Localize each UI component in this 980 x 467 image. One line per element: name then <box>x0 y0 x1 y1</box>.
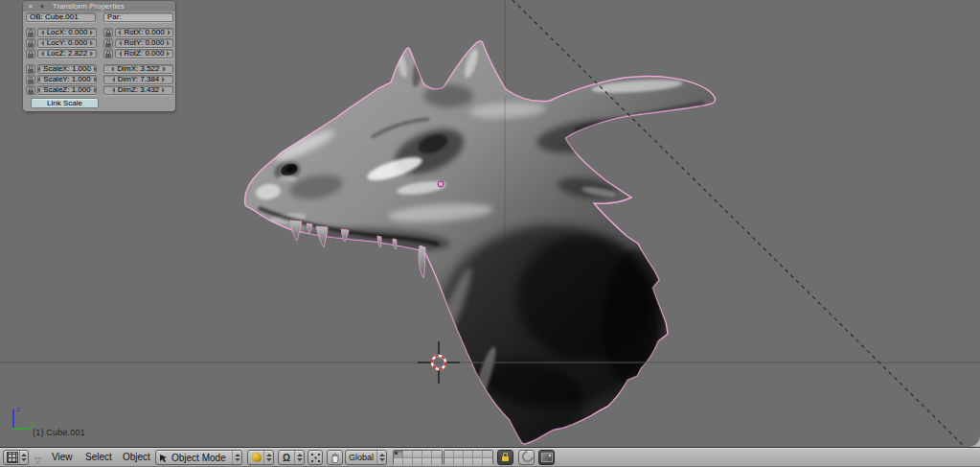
locy-field[interactable]: LocY: 0.000 <box>37 38 97 48</box>
lock-roty-button[interactable] <box>103 38 113 48</box>
layer-button[interactable] <box>464 458 473 466</box>
padlock-icon <box>105 43 111 47</box>
3d-viewport[interactable]: z y (1) Cube.001 ✕ ▼ Transform Propertie… <box>0 0 980 447</box>
panel-collapse-icon[interactable]: ▼ <box>39 4 45 10</box>
editor-type-selector[interactable] <box>3 450 29 465</box>
panel-header[interactable]: ✕ ▼ Transform Properties <box>23 1 175 12</box>
solid-sphere-icon <box>252 453 262 462</box>
padlock-icon <box>105 33 111 36</box>
lock-locy-button[interactable] <box>26 38 35 48</box>
object-origin-dot <box>438 181 444 187</box>
lock-icon <box>502 456 509 461</box>
stepper-arrows-icon <box>294 451 304 464</box>
stepper-arrows-icon <box>376 451 386 464</box>
layer-button[interactable] <box>444 458 454 466</box>
close-icon[interactable]: ✕ <box>28 3 34 11</box>
snap-toggle[interactable] <box>518 450 535 465</box>
blender-window: { "panel": { "header": { "close_glyph": … <box>0 0 980 467</box>
manipulator-toggle[interactable] <box>308 450 323 465</box>
stepper-arrows-icon <box>263 451 273 464</box>
padlock-icon <box>28 54 34 58</box>
layers-group-1 <box>393 450 443 465</box>
layer-button[interactable] <box>464 451 473 458</box>
padlock-icon <box>28 33 34 36</box>
dimx-field[interactable]: DimX: 3.522 <box>103 64 173 74</box>
pivot-dropdown[interactable]: Ω <box>278 450 305 465</box>
layer-button[interactable] <box>413 458 422 466</box>
object-mode-arrow-icon <box>159 453 169 462</box>
layer-button[interactable] <box>432 458 442 466</box>
view-axis-gizmo: z y <box>12 405 34 429</box>
rotation-pivot-icon: Ω <box>283 453 290 463</box>
orientation-dropdown[interactable]: Global <box>345 450 387 465</box>
layer-button[interactable] <box>403 451 413 458</box>
manipulator-hand-button[interactable] <box>327 450 343 465</box>
stepper-arrows-icon <box>232 451 241 464</box>
hand-icon <box>330 452 340 463</box>
magnet-icon <box>519 450 535 465</box>
roty-field[interactable]: RotY: 0.000 <box>115 38 173 48</box>
layer-button[interactable] <box>473 451 483 458</box>
padlock-icon <box>105 54 111 58</box>
padlock-icon <box>28 43 34 47</box>
layer-button[interactable] <box>394 458 403 466</box>
panel-title: Transform Properties <box>53 2 125 11</box>
lock-scalez-button[interactable] <box>26 85 35 95</box>
lock-rotz-button[interactable] <box>103 49 113 58</box>
lock-scaley-button[interactable] <box>26 75 35 84</box>
locx-field[interactable]: LocX: 0.000 <box>37 28 97 37</box>
render-preview-button[interactable] <box>538 450 555 465</box>
chevron-down-icon: ▽ <box>34 455 41 465</box>
orientation-label: Global <box>349 453 374 462</box>
padlock-icon <box>28 80 34 83</box>
dimy-field[interactable]: DimY: 7.384 <box>103 75 173 84</box>
layer-button[interactable] <box>413 451 422 458</box>
layer-button[interactable] <box>444 451 454 458</box>
stepper-arrows-icon <box>19 451 28 464</box>
menu-view[interactable]: View <box>50 450 75 465</box>
layer-button[interactable] <box>422 458 432 466</box>
rotx-field[interactable]: RotX: 0.000 <box>115 28 173 37</box>
scalez-field[interactable]: ScaleZ: 1.000 <box>37 85 97 95</box>
ob-name-field[interactable]: OB: Cube.001 <box>26 12 96 22</box>
layer-button[interactable] <box>483 458 492 466</box>
lock-scalex-button[interactable] <box>26 64 35 74</box>
active-object-info: (1) Cube.001 <box>33 428 85 437</box>
mode-label: Object Mode <box>171 453 226 463</box>
scalex-field[interactable]: ScaleX: 1.000 <box>37 64 97 74</box>
layer-button[interactable] <box>483 451 492 458</box>
lock-locz-button[interactable] <box>26 49 35 58</box>
render-preview-icon <box>541 453 553 462</box>
layer-button[interactable] <box>454 458 464 466</box>
transform-properties-panel[interactable]: ✕ ▼ Transform Properties OB: Cube.001 Pa… <box>23 1 175 111</box>
parent-field[interactable]: Par: <box>103 12 173 22</box>
locz-field[interactable]: LocZ: 2.822 <box>37 49 97 58</box>
transform-widget-icon <box>311 454 320 462</box>
padlock-icon <box>28 69 34 73</box>
draw-type-dropdown[interactable] <box>247 450 274 465</box>
dimz-field[interactable]: DimZ: 3.432 <box>103 85 173 95</box>
layer-button[interactable] <box>473 458 483 466</box>
axis-y-label: y <box>31 419 34 428</box>
link-scale-button[interactable]: Link Scale <box>31 98 99 108</box>
menu-select[interactable]: Select <box>83 450 114 465</box>
layers-group-2 <box>444 450 493 465</box>
menu-object[interactable]: Object <box>121 450 152 465</box>
lock-locx-button[interactable] <box>26 28 35 37</box>
layer-button[interactable] <box>432 451 442 458</box>
rotz-field[interactable]: RotZ: 0.000 <box>115 49 173 58</box>
layer-button[interactable] <box>422 451 432 458</box>
scaley-field[interactable]: ScaleY: 1.000 <box>37 75 97 84</box>
header-collapse-toggle[interactable]: ▽ <box>34 450 41 465</box>
padlock-icon <box>28 90 34 94</box>
layer-button[interactable] <box>394 451 403 458</box>
viewport-header-toolbar: ▽ View Select Object Object Mode Ω Globa… <box>0 447 980 467</box>
mode-dropdown[interactable]: Object Mode <box>155 450 242 465</box>
viewport-rounded-corner <box>963 430 980 447</box>
lock-rotx-button[interactable] <box>103 28 113 37</box>
lock-layers-toggle[interactable] <box>497 450 513 465</box>
grid-3dview-icon <box>7 452 18 463</box>
layer-button[interactable] <box>454 451 464 458</box>
layer-button[interactable] <box>403 458 413 466</box>
dragon-model[interactable] <box>245 41 716 446</box>
